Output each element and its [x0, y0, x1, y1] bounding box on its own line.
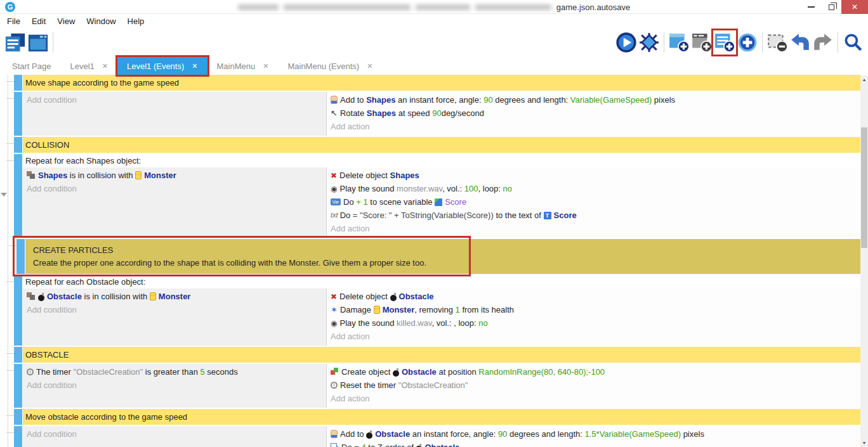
- redo-icon[interactable]: [812, 30, 834, 55]
- menu-help[interactable]: Help: [122, 16, 150, 26]
- standard-event[interactable]: Add conditionAdd to Shapes an instant fo…: [14, 92, 860, 136]
- standard-event[interactable]: Add conditionAdd to Obstacle an instant …: [14, 426, 860, 447]
- event-selection-bar[interactable]: [14, 426, 22, 447]
- text-segment: 90: [498, 429, 507, 439]
- tab-level1[interactable]: Level1 ✕: [60, 57, 117, 75]
- project-manager-icon[interactable]: [4, 30, 27, 55]
- action-placeholder[interactable]: Add action: [327, 222, 860, 235]
- actions-column: Add to Obstacle an instant force, angle:…: [327, 426, 860, 447]
- event-selection-bar[interactable]: [14, 409, 22, 425]
- action-placeholder[interactable]: Add action: [327, 120, 860, 133]
- close-icon: ✕: [852, 3, 858, 11]
- tobj-icon: [544, 212, 551, 219]
- scroll-up-icon[interactable]: ▲: [860, 75, 868, 84]
- restore-button[interactable]: [821, 0, 841, 14]
- tab-mainmenu[interactable]: MainMenu ✕: [207, 57, 279, 75]
- action-line[interactable]: Delete object Shapes: [327, 169, 860, 182]
- comment-text: Create the proper one according to the s…: [33, 256, 860, 269]
- text-segment: 100: [464, 184, 478, 193]
- standard-event[interactable]: Repeat for each Obstacle object:Obstacle…: [14, 275, 860, 346]
- condition-placeholder[interactable]: Add condition: [23, 303, 326, 316]
- bomb-icon: [390, 295, 397, 301]
- action-line[interactable]: Create object Obstacle at position Rando…: [327, 365, 860, 379]
- event-selection-bar[interactable]: [14, 75, 22, 91]
- rotate-icon: [331, 107, 338, 120]
- close-button[interactable]: ✕: [841, 0, 868, 14]
- comment-event[interactable]: OBSTACLE: [14, 347, 860, 363]
- collision-icon: [27, 292, 36, 301]
- action-line[interactable]: Rotate Shapes at speed 90deg/second: [327, 107, 860, 120]
- event-selection-bar[interactable]: [14, 154, 22, 238]
- tab-close-icon[interactable]: ✕: [192, 62, 197, 70]
- delete-event-icon[interactable]: [766, 30, 789, 55]
- vertical-scrollbar[interactable]: ▲ ▼: [860, 75, 868, 447]
- action-line[interactable]: Play the sound killed.wav, vol.: , loop:…: [327, 316, 860, 330]
- undo-icon[interactable]: [789, 30, 812, 55]
- sound-icon: [331, 182, 337, 195]
- event-selection-bar[interactable]: [14, 137, 22, 153]
- menu-window[interactable]: Window: [81, 16, 121, 26]
- debugger-icon[interactable]: [638, 30, 661, 55]
- condition-line[interactable]: The timer "ObstacleCreation" is greater …: [23, 365, 326, 379]
- tab-level1-events[interactable]: Level1 (Events) ✕: [117, 57, 207, 75]
- condition-line[interactable]: Obstacle is in collision with Monster: [23, 290, 326, 303]
- action-line[interactable]: Do + 1 to scene variable Score: [327, 195, 860, 209]
- actions-column: Add to Shapes an instant force, angle: 9…: [327, 92, 860, 136]
- event-selection-bar[interactable]: [14, 347, 22, 363]
- search-icon[interactable]: [841, 30, 864, 55]
- standard-event[interactable]: Repeat for each Shapes object:Shapes is …: [14, 154, 860, 238]
- text-segment: 5: [201, 367, 205, 377]
- scroll-down-icon[interactable]: ▼: [860, 439, 868, 447]
- comment-event[interactable]: Move shape according to the game speed: [14, 75, 860, 91]
- comment-title: Move shape according to the game speed: [25, 77, 860, 89]
- text-segment: Monster: [383, 305, 415, 314]
- condition-placeholder[interactable]: Add condition: [23, 182, 326, 195]
- text-segment: Obstacle: [47, 292, 82, 301]
- action-line[interactable]: Play the sound monster.wav, vol.: 100, l…: [327, 182, 860, 195]
- delete-icon: [331, 169, 337, 182]
- tab-close-icon[interactable]: ✕: [367, 62, 372, 70]
- comment-title: Move obstacle according to the game spee…: [25, 411, 860, 423]
- tab-start-page[interactable]: Start Page: [3, 57, 60, 75]
- condition-line[interactable]: Shapes is in collision with Monster: [23, 169, 326, 182]
- event-selection-bar[interactable]: [14, 275, 22, 346]
- text-segment: 1: [456, 305, 460, 314]
- play-icon[interactable]: [615, 30, 638, 55]
- comment-event[interactable]: CREATE PARTICLESCreate the proper one ac…: [16, 239, 860, 274]
- menu-view[interactable]: View: [51, 16, 81, 26]
- menu-edit[interactable]: Edit: [26, 16, 51, 26]
- condition-placeholder[interactable]: Add condition: [23, 427, 326, 441]
- standard-event[interactable]: The timer "ObstacleCreation" is greater …: [14, 364, 860, 408]
- action-line[interactable]: Add to Obstacle an instant force, angle:…: [327, 427, 860, 441]
- add-sub-event-icon[interactable]: [690, 30, 713, 55]
- add-element-icon[interactable]: [736, 30, 759, 55]
- start-page-window-icon[interactable]: [27, 30, 49, 55]
- tab-mainmenu-events[interactable]: MainMenu (Events) ✕: [278, 57, 382, 75]
- toolbar-separator: [762, 32, 763, 53]
- comment-event[interactable]: COLLISION: [14, 137, 860, 153]
- action-line[interactable]: Damage Monster, removing 1 from its heal…: [327, 303, 860, 316]
- tab-close-icon[interactable]: ✕: [102, 62, 108, 70]
- add-comment-icon[interactable]: [713, 30, 736, 55]
- tab-close-icon[interactable]: ✕: [263, 62, 268, 70]
- action-placeholder[interactable]: Add action: [327, 330, 860, 343]
- event-selection-bar[interactable]: [16, 239, 25, 274]
- add-event-icon[interactable]: [667, 30, 690, 55]
- action-line[interactable]: Add to Shapes an instant force, angle: 9…: [327, 93, 860, 107]
- action-line[interactable]: Do = 4 to Z-order of Obstacle: [327, 441, 860, 447]
- menu-file[interactable]: File: [1, 16, 26, 26]
- action-line[interactable]: Do = "Score: " + ToString(Variable(Score…: [327, 209, 860, 222]
- action-line[interactable]: Reset the timer "ObstacleCreation": [327, 379, 860, 392]
- comment-event[interactable]: Move obstacle according to the game spee…: [14, 409, 860, 425]
- scrollbar-thumb[interactable]: [861, 127, 867, 248]
- text-segment: Damage: [340, 305, 374, 314]
- text-segment: Shapes: [38, 171, 67, 180]
- minimize-button[interactable]: [801, 0, 821, 14]
- condition-placeholder[interactable]: Add condition: [23, 379, 326, 392]
- event-selection-bar[interactable]: [14, 364, 22, 408]
- event-selection-bar[interactable]: [14, 92, 22, 136]
- condition-placeholder[interactable]: Add condition: [23, 93, 326, 107]
- text-segment: "ObstacleCreation": [398, 380, 468, 390]
- action-placeholder[interactable]: Add action: [327, 392, 860, 405]
- action-line[interactable]: Delete object Obstacle: [327, 290, 860, 303]
